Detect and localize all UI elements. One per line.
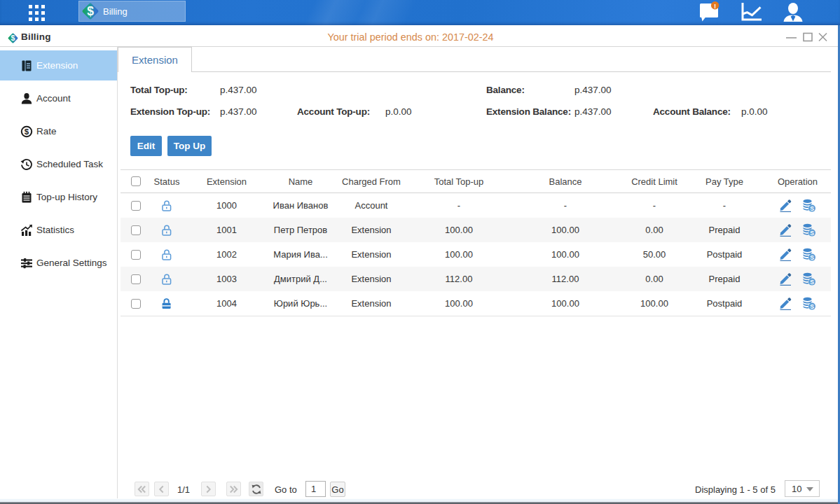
svg-text:$: $ [87, 4, 94, 18]
svg-text:$: $ [11, 34, 15, 42]
svg-text:!: ! [714, 2, 716, 10]
svg-text:S: S [810, 230, 814, 237]
svg-text:S: S [810, 303, 814, 310]
svg-text:S: S [810, 279, 814, 286]
svg-text:$: $ [25, 127, 29, 136]
svg-text:S: S [810, 205, 814, 212]
svg-text:S: S [810, 254, 814, 261]
